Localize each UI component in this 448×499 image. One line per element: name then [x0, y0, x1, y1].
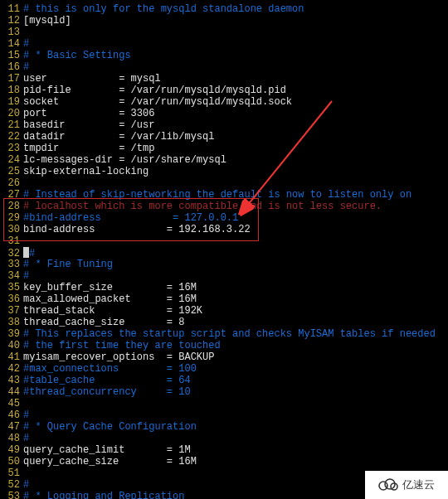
code-line: 44#thread_concurrency = 10: [0, 386, 448, 398]
code-content: query_cache_size = 16M: [23, 456, 197, 468]
line-number: 25: [0, 166, 23, 177]
code-content: myisam_recover_options = BACKUP: [23, 351, 214, 363]
code-line: 50query_cache_size = 16M: [0, 456, 448, 468]
code-content: socket = /var/run/mysqld/mysqld.sock: [23, 96, 292, 108]
code-content: # * Query Cache Configuration: [23, 421, 197, 433]
code-segment: thread_cache_size = 8: [23, 317, 184, 328]
code-segment: # this is only for the mysqld standalone…: [23, 3, 304, 15]
code-content: #: [23, 479, 29, 491]
line-number: 32: [0, 248, 23, 259]
code-line: 41myisam_recover_options = BACKUP: [0, 351, 448, 363]
line-number: 50: [0, 456, 23, 468]
line-number: 11: [0, 3, 23, 15]
code-line: 34#: [0, 270, 448, 282]
line-number: 18: [0, 85, 23, 96]
code-segment: query_cache_size = 16M: [23, 456, 197, 468]
code-content: # this is only for the mysqld standalone…: [23, 3, 304, 15]
code-line: 30bind-address = 192.168.3.22: [0, 224, 448, 235]
line-number: 42: [0, 363, 23, 375]
code-segment: thread_stack = 192K: [23, 305, 202, 317]
line-number: 22: [0, 131, 23, 143]
code-line: 31: [0, 235, 448, 247]
code-content: # Instead of skip-networking the default…: [23, 189, 411, 201]
code-line: 26: [0, 177, 448, 189]
code-line: 37thread_stack = 192K: [0, 305, 448, 317]
code-segment: [mysqld]: [23, 15, 71, 27]
code-line: 48#: [0, 433, 448, 444]
code-segment: lc-messages-dir = /usr/share/mysql: [23, 154, 226, 166]
code-line: 18pid-file = /var/run/mysqld/mysqld.pid: [0, 85, 448, 96]
code-segment: # * Basic Settings: [23, 50, 131, 61]
line-number: 20: [0, 108, 23, 119]
line-number: 44: [0, 386, 23, 398]
code-line: 27# Instead of skip-networking the defau…: [0, 189, 448, 201]
code-content: #table_cache = 64: [23, 375, 191, 386]
code-segment: # the first time they are touched: [23, 340, 221, 351]
line-number: 36: [0, 293, 23, 305]
code-segment: skip-external-locking: [23, 166, 149, 177]
code-content: basedir = /usr: [23, 119, 154, 131]
line-number: 15: [0, 50, 23, 61]
code-segment: # * Fine Tuning: [23, 259, 113, 270]
code-line: 25skip-external-locking: [0, 166, 448, 177]
cloud-icon: [378, 477, 398, 493]
code-content: # * Basic Settings: [23, 50, 131, 61]
code-segment: key_buffer_size = 16M: [23, 282, 197, 293]
line-number: 30: [0, 224, 23, 235]
line-number: 16: [0, 61, 23, 73]
code-segment: socket = /var/run/mysqld/mysqld.sock: [23, 96, 292, 108]
line-number: 39: [0, 328, 23, 340]
line-number: 14: [0, 38, 23, 50]
code-segment: tmpdir = /tmp: [23, 143, 154, 154]
line-number: 43: [0, 375, 23, 386]
line-number: 45: [0, 398, 23, 409]
watermark-text: 亿速云: [402, 479, 435, 491]
code-line: 15# * Basic Settings: [0, 50, 448, 61]
code-segment: #thread_concurrency = 10: [23, 386, 191, 398]
code-segment: #: [23, 409, 29, 421]
line-number: 34: [0, 270, 23, 282]
watermark-badge: 亿速云: [365, 471, 448, 499]
code-line: 33# * Fine Tuning: [0, 259, 448, 270]
code-content: lc-messages-dir = /usr/share/mysql: [23, 154, 226, 166]
code-line: 42#max_connections = 100: [0, 363, 448, 375]
code-segment: #: [23, 433, 29, 444]
code-content: tmpdir = /tmp: [23, 143, 154, 154]
code-content: user = mysql: [23, 73, 161, 85]
code-line: 36max_allowed_packet = 16M: [0, 293, 448, 305]
code-line: 23tmpdir = /tmp: [0, 143, 448, 154]
code-line: 20port = 3306: [0, 108, 448, 119]
code-content: [mysqld]: [23, 15, 71, 27]
line-number: 12: [0, 15, 23, 27]
line-number: 31: [0, 235, 23, 247]
line-number: 37: [0, 305, 23, 317]
code-segment: max_allowed_packet = 16M: [23, 293, 197, 305]
code-content: key_buffer_size = 16M: [23, 282, 197, 293]
code-line: 28# localhost which is more compatible a…: [0, 201, 448, 212]
svg-point-1: [379, 482, 387, 490]
code-content: skip-external-locking: [23, 166, 149, 177]
line-number: 33: [0, 259, 23, 270]
line-number: 51: [0, 468, 23, 479]
code-segment: #: [29, 248, 35, 259]
code-content: # * Logging and Replication: [23, 491, 184, 499]
code-line: 19socket = /var/run/mysqld/mysqld.sock: [0, 96, 448, 108]
code-content: #: [23, 247, 35, 259]
code-line: 49query_cache_limit = 1M: [0, 444, 448, 456]
code-content: max_allowed_packet = 16M: [23, 293, 197, 305]
code-segment: query_cache_limit = 1M: [23, 444, 191, 456]
code-segment: # * Logging and Replication: [23, 491, 184, 499]
code-content: # This replaces the startup script and c…: [23, 328, 436, 340]
code-segment: basedir = /usr: [23, 119, 154, 131]
code-content: #: [23, 38, 29, 50]
line-number: 24: [0, 154, 23, 166]
line-number: 49: [0, 444, 23, 456]
code-line: 29#bind-address = 127.0.0.1: [0, 212, 448, 224]
code-content: datadir = /var/lib/mysql: [23, 131, 214, 143]
code-segment: # This replaces the startup script and c…: [23, 328, 436, 340]
code-segment: #table_cache = 64: [23, 375, 191, 386]
code-line: 38thread_cache_size = 8: [0, 317, 448, 328]
code-line: 43#table_cache = 64: [0, 375, 448, 386]
code-segment: port = 3306: [23, 108, 154, 119]
code-line: 12[mysqld]: [0, 15, 448, 27]
